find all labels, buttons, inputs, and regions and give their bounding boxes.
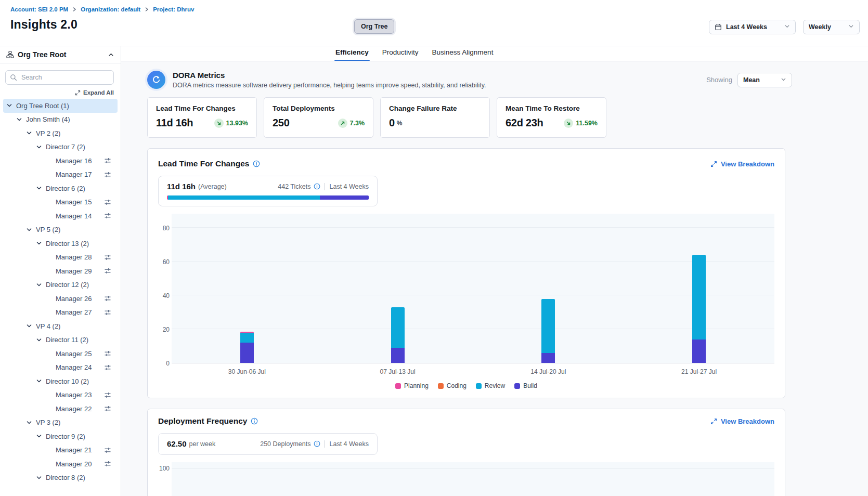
tree-item-manager-22[interactable]: Manager 22 xyxy=(3,402,118,416)
x-tick-label: 14 Jul-20 Jul xyxy=(473,368,624,375)
info-icon[interactable] xyxy=(314,183,320,190)
granularity-select[interactable]: Weekly xyxy=(803,20,860,34)
tree-item-manager-28[interactable]: Manager 28 xyxy=(3,251,118,265)
sidebar-header: Org Tree Root xyxy=(0,46,121,63)
tree-item-manager-26[interactable]: Manager 26 xyxy=(3,292,118,306)
view-breakdown-link[interactable]: View Breakdown xyxy=(710,160,774,168)
tree-item-manager-14[interactable]: Manager 14 xyxy=(3,209,118,223)
chevron-down-icon[interactable] xyxy=(26,323,33,329)
chevron-down-icon[interactable] xyxy=(36,475,43,481)
chevron-down-icon[interactable] xyxy=(36,144,43,150)
date-range-label: Last 4 Weeks xyxy=(329,183,369,190)
trend-down-icon xyxy=(564,119,573,128)
tree-item-manager-15[interactable]: Manager 15 xyxy=(3,195,118,210)
chevron-down-icon[interactable] xyxy=(36,337,43,343)
legend-item-review[interactable]: Review xyxy=(476,382,505,389)
chevron-right-icon xyxy=(144,7,149,12)
tree-item-manager-24[interactable]: Manager 24 xyxy=(3,361,118,375)
tree-item-director-12-2[interactable]: Director 12 (2) xyxy=(3,278,118,292)
org-tree-button[interactable]: Org Tree xyxy=(354,19,394,34)
expand-icon xyxy=(710,418,717,425)
legend-item-build[interactable]: Build xyxy=(514,382,537,389)
tree-item-john-smith-4[interactable]: John Smith (4) xyxy=(3,113,118,127)
tree-item-manager-29[interactable]: Manager 29 xyxy=(3,264,118,278)
tab-productivity[interactable]: Productivity xyxy=(382,48,419,61)
filter-sliders-icon xyxy=(104,171,111,178)
tab-business-alignment[interactable]: Business Alignment xyxy=(432,48,494,61)
chevron-down-icon[interactable] xyxy=(36,240,43,246)
tree-item-director-13-2[interactable]: Director 13 (2) xyxy=(3,237,118,251)
tree-item-director-6-2[interactable]: Director 6 (2) xyxy=(3,181,118,195)
metric-value-row: 2507.3% xyxy=(273,117,365,129)
view-breakdown-label: View Breakdown xyxy=(721,417,774,425)
tree-item-manager-16[interactable]: Manager 16 xyxy=(3,154,118,168)
chevron-down-icon[interactable] xyxy=(36,378,43,384)
info-icon[interactable] xyxy=(314,440,320,447)
filter-sliders-icon[interactable] xyxy=(104,405,111,412)
tree-item-manager-21[interactable]: Manager 21 xyxy=(3,443,118,458)
filter-sliders-icon[interactable] xyxy=(104,460,111,467)
tree-item-label: Manager 26 xyxy=(56,295,92,303)
filter-sliders-icon[interactable] xyxy=(104,364,111,371)
tree-item-director-8-2[interactable]: Director 8 (2) xyxy=(3,471,118,485)
summary-value: 62.50 xyxy=(167,439,187,448)
chevron-down-icon[interactable] xyxy=(36,282,43,288)
chevron-down-icon[interactable] xyxy=(36,433,43,439)
filter-sliders-icon[interactable] xyxy=(104,171,111,178)
trend-value: 7.3% xyxy=(350,120,365,127)
chevron-down-icon[interactable] xyxy=(26,227,33,233)
filter-sliders-icon[interactable] xyxy=(104,157,111,164)
filter-sliders-icon[interactable] xyxy=(104,254,111,261)
legend-item-coding[interactable]: Coding xyxy=(438,382,467,389)
legend-item-planning[interactable]: Planning xyxy=(395,382,429,389)
expand-all-button[interactable]: Expand All xyxy=(0,89,114,96)
granularity-value: Weekly xyxy=(809,23,831,31)
y-tick-label: 100 xyxy=(159,465,170,472)
search-input[interactable] xyxy=(5,70,114,85)
tree-item-manager-27[interactable]: Manager 27 xyxy=(3,306,118,320)
chevron-down-icon[interactable] xyxy=(26,420,33,426)
chevron-down-icon[interactable] xyxy=(6,102,13,109)
info-icon[interactable] xyxy=(253,160,260,167)
tree-item-director-9-2[interactable]: Director 9 (2) xyxy=(3,429,118,443)
tree-item-vp-4-2[interactable]: VP 4 (2) xyxy=(3,319,118,333)
filter-sliders-icon[interactable] xyxy=(104,295,111,302)
breadcrumb-link[interactable]: Organization: default xyxy=(81,6,140,12)
breadcrumb-link[interactable]: Account: SEI 2.0 PM xyxy=(10,6,68,12)
filter-sliders-icon xyxy=(104,157,111,164)
breadcrumb-link[interactable]: Project: Dhruv xyxy=(153,6,194,12)
tree-item-vp-5-2[interactable]: VP 5 (2) xyxy=(3,223,118,237)
chevron-down-icon xyxy=(781,76,786,84)
tree-item-manager-17[interactable]: Manager 17 xyxy=(3,168,118,182)
filter-sliders-icon[interactable] xyxy=(104,199,111,206)
breadcrumb: Account: SEI 2.0 PMOrganization: default… xyxy=(0,0,868,12)
bar-segment-build xyxy=(320,195,369,200)
tree-item-director-11-2[interactable]: Director 11 (2) xyxy=(3,333,118,347)
legend-swatch xyxy=(438,383,444,389)
tree-item-vp-2-2[interactable]: VP 2 (2) xyxy=(3,126,118,140)
tree-item-director-7-2[interactable]: Director 7 (2) xyxy=(3,140,118,154)
tree-item-vp-3-2[interactable]: VP 3 (2) xyxy=(3,416,118,430)
info-icon[interactable] xyxy=(251,417,258,425)
filter-sliders-icon[interactable] xyxy=(104,391,111,399)
filter-sliders-icon[interactable] xyxy=(104,212,111,219)
tree-item-manager-25[interactable]: Manager 25 xyxy=(3,347,118,361)
tab-efficiency[interactable]: Efficiency xyxy=(335,48,369,61)
chevron-down-icon[interactable] xyxy=(36,185,43,191)
collapse-sidebar-button[interactable] xyxy=(108,51,114,58)
tree-item-manager-23[interactable]: Manager 23 xyxy=(3,388,118,402)
view-breakdown-link[interactable]: View Breakdown xyxy=(710,417,774,425)
trend-badge: 13.93% xyxy=(214,119,248,128)
filter-sliders-icon[interactable] xyxy=(104,309,111,316)
date-range-select[interactable]: Last 4 Weeks xyxy=(709,20,796,34)
chevron-down-icon[interactable] xyxy=(16,116,23,123)
tree-item-director-10-2[interactable]: Director 10 (2) xyxy=(3,374,118,388)
chevron-down-icon[interactable] xyxy=(26,130,33,136)
filter-sliders-icon[interactable] xyxy=(104,267,111,275)
filter-sliders-icon[interactable] xyxy=(104,350,111,357)
filter-sliders-icon xyxy=(104,350,111,357)
tree-item-org-tree-root-1[interactable]: Org Tree Root (1) xyxy=(3,99,118,113)
tree-item-manager-20[interactable]: Manager 20 xyxy=(3,457,118,471)
filter-sliders-icon[interactable] xyxy=(104,447,111,454)
showing-select[interactable]: Mean xyxy=(737,73,792,87)
